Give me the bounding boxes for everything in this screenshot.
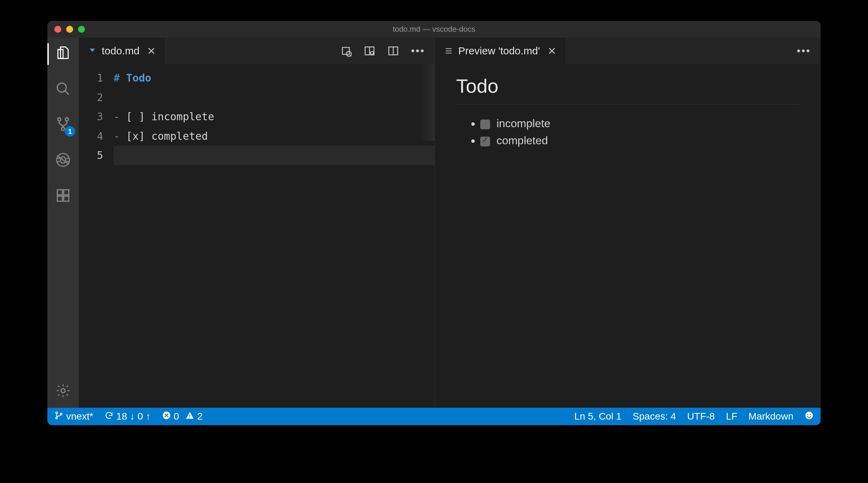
tab-close-button[interactable]: ✕ <box>548 45 556 57</box>
svg-point-22 <box>371 51 374 54</box>
markdown-file-icon <box>88 46 97 55</box>
app-window: todo.md — vscode-docs <box>47 21 821 425</box>
arrow-down-icon: ↓ <box>130 411 135 422</box>
preview-list-item: incomplete <box>480 115 800 132</box>
activity-debug[interactable] <box>54 152 72 169</box>
svg-point-16 <box>61 389 65 393</box>
activity-extensions[interactable] <box>54 187 72 205</box>
tab-label: Preview 'todo.md' <box>458 45 540 57</box>
window-close-button[interactable] <box>54 26 61 33</box>
status-feedback[interactable] <box>805 411 814 422</box>
svg-line-1 <box>65 91 69 95</box>
preview-icon <box>444 46 453 55</box>
preview-list-item: completed <box>480 132 800 149</box>
line-number: 5 <box>79 146 103 165</box>
status-problems[interactable]: 0 2 <box>162 411 203 422</box>
activity-bar: 1 <box>47 38 79 408</box>
open-changes-icon[interactable] <box>340 45 352 57</box>
smiley-icon <box>805 411 814 422</box>
svg-line-9 <box>66 158 69 159</box>
line-number-gutter: 1 2 3 4 5 <box>79 68 114 408</box>
svg-point-30 <box>60 413 62 415</box>
svg-line-11 <box>66 161 69 162</box>
svg-point-38 <box>810 414 811 415</box>
svg-rect-15 <box>64 190 69 195</box>
status-indentation[interactable]: Spaces: 4 <box>633 411 676 422</box>
checkbox-unchecked-icon <box>480 120 490 129</box>
line-number: 2 <box>79 88 103 107</box>
window-maximize-button[interactable] <box>78 26 85 33</box>
code-lines: # Todo - [ ] incomplete - [x] completed <box>114 68 435 408</box>
status-encoding[interactable]: UTF-8 <box>687 411 715 422</box>
open-preview-side-icon[interactable] <box>364 45 375 57</box>
code-line <box>114 146 435 165</box>
preview-actions: ••• <box>797 38 821 64</box>
more-actions-button[interactable]: ••• <box>411 45 425 57</box>
files-icon <box>55 46 71 62</box>
git-branch-icon <box>54 411 63 422</box>
editor-group-preview: Preview 'todo.md' ✕ ••• Todo incomplete <box>435 38 821 408</box>
markdown-preview[interactable]: Todo incomplete completed <box>435 64 821 408</box>
activity-source-control[interactable]: 1 <box>54 116 72 134</box>
line-number: 3 <box>79 107 103 127</box>
editor-actions: ••• <box>340 38 435 64</box>
titlebar: todo.md — vscode-docs <box>47 21 821 38</box>
svg-point-37 <box>807 414 808 415</box>
editor-tabs: todo.md ✕ ••• <box>79 38 435 64</box>
more-actions-button[interactable]: ••• <box>797 45 811 57</box>
tab-preview-todo-md[interactable]: Preview 'todo.md' ✕ <box>435 38 566 64</box>
gear-icon <box>55 383 71 400</box>
svg-point-0 <box>57 83 67 92</box>
window-minimize-button[interactable] <box>66 26 73 33</box>
tab-close-button[interactable]: ✕ <box>147 45 156 57</box>
debug-icon <box>55 152 71 169</box>
code-line <box>114 88 435 107</box>
preview-heading: Todo <box>456 75 800 105</box>
svg-point-36 <box>805 412 813 419</box>
svg-point-29 <box>56 417 57 419</box>
sync-icon <box>104 411 114 422</box>
status-cursor-position[interactable]: Ln 5, Col 1 <box>574 411 621 422</box>
tab-label: todo.md <box>102 45 139 57</box>
preview-list: incomplete completed <box>456 115 800 149</box>
scm-badge: 1 <box>65 126 75 137</box>
warning-icon <box>185 411 194 422</box>
status-sync[interactable]: 18↓ 0↑ <box>104 411 151 422</box>
checkbox-checked-icon <box>480 137 490 146</box>
extensions-icon <box>55 188 71 205</box>
svg-line-10 <box>57 161 60 162</box>
search-icon <box>55 81 71 98</box>
traffic-lights <box>47 26 85 33</box>
status-bar: vnext* 18↓ 0↑ 0 2 Ln 5, Col 1 Spaces: 4 … <box>47 408 821 425</box>
line-number: 1 <box>79 68 103 88</box>
line-number: 4 <box>79 127 103 146</box>
tab-todo-md[interactable]: todo.md ✕ <box>79 38 165 64</box>
activity-settings[interactable] <box>54 383 72 400</box>
minimap[interactable] <box>421 64 435 141</box>
svg-rect-13 <box>57 196 63 201</box>
svg-point-28 <box>56 412 57 414</box>
activity-explorer[interactable] <box>54 45 72 63</box>
svg-point-4 <box>62 127 65 130</box>
svg-rect-17 <box>342 47 349 54</box>
code-line: # Todo <box>114 68 435 88</box>
activity-search[interactable] <box>54 81 72 98</box>
svg-rect-35 <box>189 417 190 418</box>
svg-point-2 <box>58 118 61 121</box>
code-line: - [ ] incomplete <box>114 107 435 127</box>
window-title: todo.md — vscode-docs <box>47 25 821 34</box>
editor-group-source: todo.md ✕ ••• <box>79 38 435 408</box>
error-icon <box>162 411 171 422</box>
split-editor-icon[interactable] <box>387 45 399 57</box>
preview-tabs: Preview 'todo.md' ✕ ••• <box>435 38 821 64</box>
status-branch[interactable]: vnext* <box>54 411 93 422</box>
status-eol[interactable]: LF <box>726 411 737 422</box>
status-language-mode[interactable]: Markdown <box>749 411 793 422</box>
editor-area: todo.md ✕ ••• <box>79 38 821 408</box>
svg-line-8 <box>57 158 60 159</box>
arrow-up-icon: ↑ <box>146 411 151 422</box>
code-editor[interactable]: 1 2 3 4 5 # Todo - [ ] incomplete - [x] … <box>79 64 435 408</box>
code-line: - [x] completed <box>114 127 435 146</box>
svg-rect-12 <box>57 190 63 195</box>
svg-rect-14 <box>64 196 69 201</box>
